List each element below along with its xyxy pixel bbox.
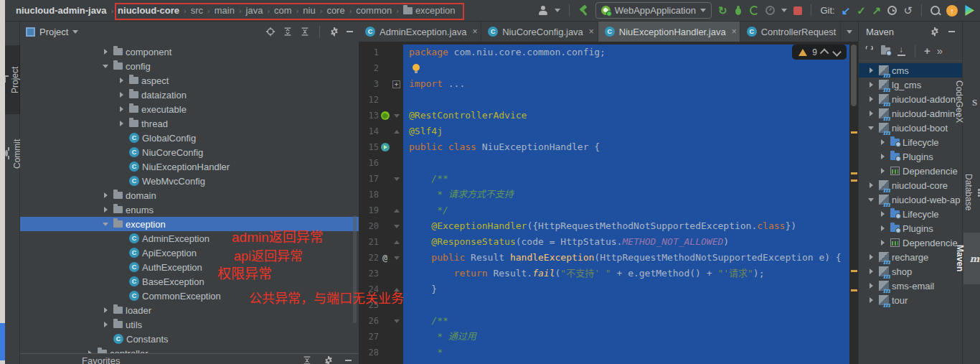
git-commit-icon[interactable]: ✓ xyxy=(857,5,866,17)
stop-icon[interactable] xyxy=(793,6,802,15)
chevron-right-icon[interactable] xyxy=(866,82,876,88)
chevron-right-icon[interactable] xyxy=(877,211,887,217)
hide-panel-icon[interactable] xyxy=(345,360,352,361)
build-hammer-icon[interactable] xyxy=(578,5,589,16)
tree-item-controller[interactable]: controller xyxy=(20,346,359,353)
coverage-icon[interactable] xyxy=(750,6,759,15)
tool-stripe-project[interactable]: Project xyxy=(5,45,20,114)
tree-item-NiuExceptionHandler[interactable]: CNiuExceptionHandler xyxy=(20,159,359,174)
warning-stripe-mark[interactable] xyxy=(851,179,857,182)
editor-scrollbar-stripe[interactable] xyxy=(849,42,858,364)
maven-item-sms-email[interactable]: sms-email xyxy=(859,279,962,293)
chevron-right-icon[interactable] xyxy=(877,240,887,246)
expand-all-icon[interactable] xyxy=(283,27,293,37)
chevron-right-icon[interactable] xyxy=(866,182,876,188)
chevron-right-icon[interactable] xyxy=(100,207,110,213)
maven-item-shop[interactable]: shop xyxy=(859,264,962,279)
fold-marker[interactable] xyxy=(391,209,402,213)
previous-warning-icon[interactable] xyxy=(820,49,829,58)
chevron-right-icon[interactable] xyxy=(866,283,876,289)
maven-item-lg_cms[interactable]: lg_cms xyxy=(859,78,962,92)
rollback-icon[interactable]: ↺ xyxy=(903,5,913,17)
fold-marker[interactable]: + xyxy=(391,80,402,88)
bean-gutter-icon[interactable] xyxy=(379,143,391,151)
tree-item-ApiException[interactable]: CApiException xyxy=(20,246,359,260)
maven-item-Lifecycle[interactable]: Lifecycle xyxy=(859,207,962,221)
intention-bulb-icon[interactable] xyxy=(413,64,420,71)
tool-stripe-commit[interactable]: Commit xyxy=(5,121,20,187)
tree-item-dataization[interactable]: dataization xyxy=(20,88,359,102)
fold-marker[interactable] xyxy=(391,319,402,323)
hidden-tabs-button[interactable] xyxy=(841,22,858,42)
chevron-right-icon[interactable] xyxy=(116,121,126,126)
at-gutter-icon[interactable]: @ xyxy=(379,253,391,263)
inspection-widget[interactable]: 9 xyxy=(792,45,847,60)
close-icon[interactable]: × xyxy=(472,27,477,37)
chevron-right-icon[interactable] xyxy=(877,168,887,174)
run-icon[interactable]: ↻ xyxy=(718,5,727,17)
generate-sources-icon[interactable] xyxy=(881,47,890,55)
chevron-down-icon[interactable] xyxy=(100,223,110,226)
project-tree-scrollbar[interactable] xyxy=(353,215,357,323)
breadcrumb-item[interactable]: niucloud-admin-java xyxy=(14,5,108,16)
chevron-right-icon[interactable] xyxy=(866,67,876,73)
profiler-dropdown-icon[interactable] xyxy=(781,9,787,12)
tool-stripe-codegeex[interactable]: S CodeGeeX xyxy=(963,52,980,152)
collapse-all-icon[interactable] xyxy=(300,27,310,37)
chevron-right-icon[interactable] xyxy=(866,269,876,274)
chevron-right-icon[interactable] xyxy=(866,297,876,303)
project-view-dropdown-icon[interactable] xyxy=(72,30,78,34)
maven-item-niucloud-web-ap[interactable]: niucloud-web-ap xyxy=(859,192,962,207)
chevron-right-icon[interactable] xyxy=(866,111,876,116)
git-update-icon[interactable]: ↙ xyxy=(842,5,851,17)
tool-stripe-database[interactable]: Database xyxy=(963,157,980,228)
settings-gear-icon[interactable] xyxy=(324,355,334,364)
scrollbar-thumb[interactable] xyxy=(851,45,857,106)
chevron-right-icon[interactable] xyxy=(116,92,126,98)
chevron-right-icon[interactable] xyxy=(116,78,126,83)
chevron-right-icon[interactable] xyxy=(877,225,887,231)
tree-item-NiuCoreConfig[interactable]: CNiuCoreConfig xyxy=(20,145,359,159)
fold-marker[interactable] xyxy=(391,130,402,134)
fold-marker[interactable] xyxy=(391,177,402,181)
fold-marker[interactable] xyxy=(391,225,402,228)
locate-file-icon[interactable] xyxy=(265,27,275,37)
hide-panel-icon[interactable] xyxy=(948,31,955,32)
spring-gutter-icon[interactable] xyxy=(379,111,391,120)
tree-item-component[interactable]: component xyxy=(20,45,359,59)
download-sources-icon[interactable] xyxy=(897,47,906,56)
maven-item-niucloud-core[interactable]: niucloud-core xyxy=(859,178,962,192)
chevron-right-icon[interactable] xyxy=(116,106,126,112)
tree-item-WebMvcConfig[interactable]: CWebMvcConfig xyxy=(20,174,359,188)
tool-stripe-maven[interactable]: m Maven xyxy=(963,233,980,284)
fold-marker[interactable] xyxy=(391,241,402,244)
plugin-logo-icon[interactable] xyxy=(964,5,974,16)
tree-item-GlobalConfig[interactable]: CGlobalConfig xyxy=(20,131,359,145)
maven-item-cms[interactable]: cms xyxy=(859,63,962,78)
maven-item-recharge[interactable]: recharge xyxy=(859,250,962,264)
chevron-right-icon[interactable] xyxy=(877,154,887,159)
tree-item-enums[interactable]: enums xyxy=(20,202,359,217)
close-icon[interactable]: × xyxy=(732,27,737,37)
search-everywhere-icon[interactable] xyxy=(930,6,940,15)
run-configuration-select[interactable]: WebAppApplication xyxy=(595,2,712,19)
maven-item-Plugins[interactable]: Plugins xyxy=(859,149,962,164)
tree-item-thread[interactable]: thread xyxy=(20,116,359,131)
chevron-right-icon[interactable] xyxy=(877,139,887,145)
fold-marker[interactable] xyxy=(391,114,402,118)
warning-stripe-mark[interactable] xyxy=(851,131,857,134)
chevron-right-icon[interactable] xyxy=(866,96,876,102)
update-available-icon[interactable]: ↑ xyxy=(946,5,958,17)
tree-item-AuthException[interactable]: CAuthException xyxy=(20,260,359,274)
git-push-icon[interactable]: ↗ xyxy=(872,5,882,17)
maven-item-Dependencie[interactable]: Dependencie xyxy=(859,235,962,250)
chevron-down-icon[interactable] xyxy=(866,126,876,130)
chevron-right-icon[interactable] xyxy=(100,192,110,198)
maven-item-Dependencie[interactable]: Dependencie xyxy=(859,164,962,178)
code-editor[interactable]: 1package com.niu.core.common.config;23+i… xyxy=(359,42,858,364)
add-maven-project-icon[interactable]: + xyxy=(924,45,930,57)
maven-item-niucloud-addon[interactable]: niucloud-addon xyxy=(859,92,962,106)
settings-gear-icon[interactable] xyxy=(930,27,940,37)
tree-item-executable[interactable]: executable xyxy=(20,102,359,116)
collapse-all-icon[interactable] xyxy=(302,355,312,364)
